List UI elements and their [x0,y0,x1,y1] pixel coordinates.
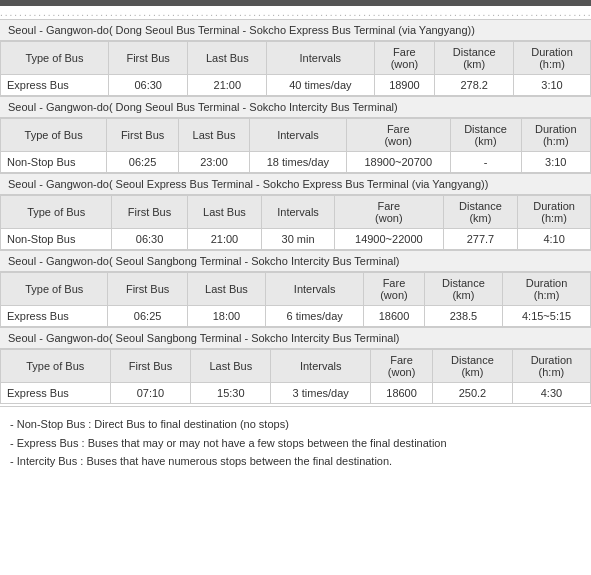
table-cell-3-0-3: 6 times/day [266,306,364,327]
col-header-1-4: Fare(won) [346,119,450,152]
table-cell-4-0-5: 250.2 [432,383,512,404]
col-header-0-1: First Bus [108,42,188,75]
section-header-1: Seoul - Gangwon-do( Dong Seoul Bus Termi… [0,96,591,118]
col-header-1-2: Last Bus [179,119,250,152]
table-cell-1-0-0: Non-Stop Bus [1,152,107,173]
table-cell-2-0-1: 06:30 [112,229,187,250]
table-cell-2-0-4: 14900~22000 [334,229,443,250]
table-cell-3-0-0: Express Bus [1,306,108,327]
table-cell-0-0-0: Express Bus [1,75,109,96]
table-cell-1-0-2: 23:00 [179,152,250,173]
col-header-0-0: Type of Bus [1,42,109,75]
table-cell-3-0-6: 4:15~5:15 [503,306,591,327]
col-header-4-5: Distance(km) [432,350,512,383]
table-cell-4-0-6: 4:30 [512,383,590,404]
table-row: Express Bus06:2518:006 times/day18600238… [1,306,591,327]
section-header-3: Seoul - Gangwon-do( Seoul Sangbong Termi… [0,250,591,272]
table-cell-0-0-3: 40 times/day [267,75,374,96]
col-header-4-0: Type of Bus [1,350,111,383]
col-header-1-1: First Bus [107,119,179,152]
table-cell-4-0-2: 15:30 [191,383,271,404]
col-header-3-6: Duration(h:m) [503,273,591,306]
table-cell-2-0-3: 30 min [262,229,335,250]
table-cell-4-0-0: Express Bus [1,383,111,404]
table-0: Type of BusFirst BusLast BusIntervalsFar… [0,41,591,96]
table-cell-4-0-4: 18600 [371,383,433,404]
table-cell-3-0-1: 06:25 [108,306,187,327]
table-4: Type of BusFirst BusLast BusIntervalsFar… [0,349,591,404]
table-cell-3-0-2: 18:00 [187,306,265,327]
table-cell-1-0-5: - [450,152,521,173]
divider: ........................................… [0,6,591,19]
table-cell-0-0-6: 3:10 [514,75,591,96]
col-header-2-5: Distance(km) [443,196,517,229]
table-cell-3-0-4: 18600 [364,306,425,327]
table-row: Non-Stop Bus06:2523:0018 times/day18900~… [1,152,591,173]
table-3: Type of BusFirst BusLast BusIntervalsFar… [0,272,591,327]
section-header-4: Seoul - Gangwon-do( Seoul Sangbong Termi… [0,327,591,349]
section-0: Seoul - Gangwon-do( Dong Seoul Bus Termi… [0,19,591,96]
col-header-1-6: Duration(h:m) [521,119,590,152]
table-row: Non-Stop Bus06:3021:0030 min14900~220002… [1,229,591,250]
table-1: Type of BusFirst BusLast BusIntervalsFar… [0,118,591,173]
section-2: Seoul - Gangwon-do( Seoul Express Bus Te… [0,173,591,250]
section-header-2: Seoul - Gangwon-do( Seoul Express Bus Te… [0,173,591,195]
table-cell-2-0-2: 21:00 [187,229,261,250]
col-header-2-2: Last Bus [187,196,261,229]
col-header-2-0: Type of Bus [1,196,112,229]
col-header-3-5: Distance(km) [424,273,502,306]
table-cell-4-0-1: 07:10 [110,383,191,404]
section-header-0: Seoul - Gangwon-do( Dong Seoul Bus Termi… [0,19,591,41]
col-header-4-6: Duration(h:m) [512,350,590,383]
table-cell-1-0-6: 3:10 [521,152,590,173]
table-row: Express Bus06:3021:0040 times/day1890027… [1,75,591,96]
col-header-4-3: Intervals [271,350,371,383]
table-2: Type of BusFirst BusLast BusIntervalsFar… [0,195,591,250]
table-cell-0-0-5: 278.2 [435,75,514,96]
table-cell-1-0-3: 18 times/day [250,152,347,173]
col-header-2-6: Duration(h:m) [518,196,591,229]
table-cell-2-0-5: 277.7 [443,229,517,250]
col-header-3-1: First Bus [108,273,187,306]
note-item: - Non-Stop Bus : Direct Bus to final des… [10,415,581,434]
table-cell-1-0-1: 06:25 [107,152,179,173]
table-row: Express Bus07:1015:303 times/day18600250… [1,383,591,404]
table-cell-1-0-4: 18900~20700 [346,152,450,173]
table-cell-2-0-6: 4:10 [518,229,591,250]
table-cell-2-0-0: Non-Stop Bus [1,229,112,250]
col-header-4-2: Last Bus [191,350,271,383]
col-header-3-0: Type of Bus [1,273,108,306]
col-header-4-1: First Bus [110,350,191,383]
col-header-0-4: Fare(won) [374,42,435,75]
col-header-1-3: Intervals [250,119,347,152]
col-header-0-5: Distance(km) [435,42,514,75]
table-cell-4-0-3: 3 times/day [271,383,371,404]
note-item: - Express Bus : Buses that may or may no… [10,434,581,453]
col-header-1-5: Distance(km) [450,119,521,152]
section-1: Seoul - Gangwon-do( Dong Seoul Bus Termi… [0,96,591,173]
notes-section: - Non-Stop Bus : Direct Bus to final des… [0,406,591,479]
table-cell-0-0-4: 18900 [374,75,435,96]
col-header-3-3: Intervals [266,273,364,306]
col-header-2-1: First Bus [112,196,187,229]
table-cell-0-0-2: 21:00 [188,75,267,96]
note-item: - Intercity Bus : Buses that have numero… [10,452,581,471]
col-header-4-4: Fare(won) [371,350,433,383]
section-4: Seoul - Gangwon-do( Seoul Sangbong Termi… [0,327,591,404]
col-header-0-6: Duration(h:m) [514,42,591,75]
col-header-1-0: Type of Bus [1,119,107,152]
col-header-0-3: Intervals [267,42,374,75]
col-header-3-4: Fare(won) [364,273,425,306]
col-header-3-2: Last Bus [187,273,265,306]
col-header-2-3: Intervals [262,196,335,229]
table-cell-0-0-1: 06:30 [108,75,188,96]
table-cell-3-0-5: 238.5 [424,306,502,327]
col-header-0-2: Last Bus [188,42,267,75]
section-3: Seoul - Gangwon-do( Seoul Sangbong Termi… [0,250,591,327]
col-header-2-4: Fare(won) [334,196,443,229]
